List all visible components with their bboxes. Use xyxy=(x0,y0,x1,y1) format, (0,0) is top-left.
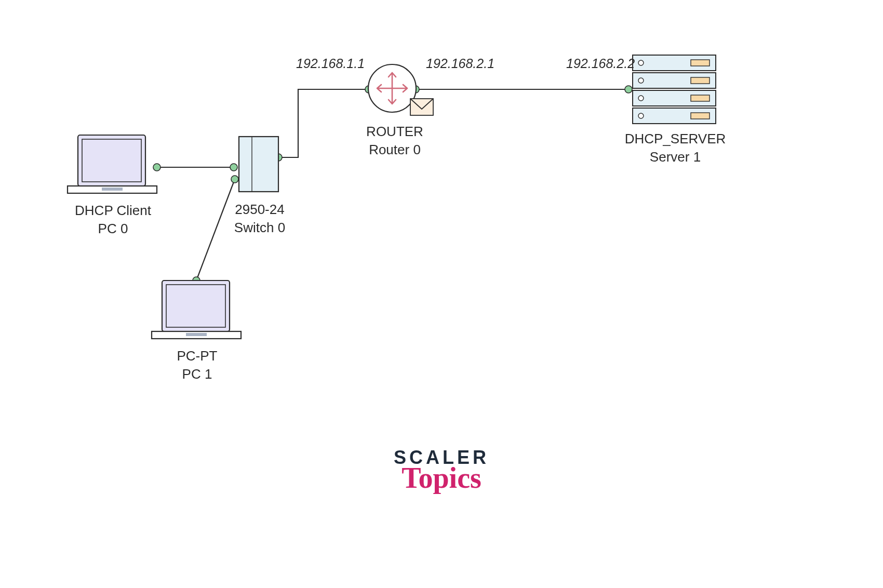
svg-rect-16 xyxy=(239,137,278,192)
svg-point-24 xyxy=(638,78,644,83)
server-icon xyxy=(633,55,716,124)
ip-server: 192.168.2.2 xyxy=(566,56,635,71)
router-label: ROUTER Router 0 xyxy=(348,123,442,159)
svg-rect-31 xyxy=(691,113,710,119)
switch-label: 2950-24 Switch 0 xyxy=(218,201,301,237)
pc0-label: DHCP Client PC 0 xyxy=(68,202,158,238)
svg-rect-25 xyxy=(691,77,710,84)
pc0-icon xyxy=(68,135,157,193)
server-title: DHCP_SERVER xyxy=(618,130,732,148)
server-label: DHCP_SERVER Server 1 xyxy=(618,130,732,166)
svg-rect-13 xyxy=(166,285,225,327)
brand-line2: Topics xyxy=(394,461,489,495)
switch-name: Switch 0 xyxy=(218,219,301,237)
envelope-icon xyxy=(410,99,433,115)
svg-point-21 xyxy=(638,60,644,65)
svg-point-1 xyxy=(230,164,237,171)
ip-router-right: 192.168.2.1 xyxy=(426,56,494,71)
pc1-title: PC-PT xyxy=(152,347,243,365)
svg-point-0 xyxy=(153,164,160,171)
svg-rect-9 xyxy=(82,139,141,182)
router-name: Router 0 xyxy=(348,141,442,159)
svg-point-7 xyxy=(625,86,632,93)
scaler-topics-logo: SCALER Topics xyxy=(394,447,489,495)
router-title: ROUTER xyxy=(348,123,442,141)
svg-rect-28 xyxy=(691,95,710,101)
svg-rect-22 xyxy=(691,60,710,66)
server-name: Server 1 xyxy=(618,148,732,166)
pc0-name: PC 0 xyxy=(68,220,158,238)
pc1-label: PC-PT PC 1 xyxy=(152,347,243,383)
ip-router-left: 192.168.1.1 xyxy=(296,56,365,71)
links-group xyxy=(157,89,628,280)
switch-icon xyxy=(239,137,278,192)
pc1-icon xyxy=(152,280,241,339)
port-dots xyxy=(153,86,632,284)
pc0-title: DHCP Client xyxy=(68,202,158,220)
network-diagram xyxy=(0,0,883,588)
pc1-name: PC 1 xyxy=(152,365,243,383)
svg-point-3 xyxy=(231,176,238,183)
switch-title: 2950-24 xyxy=(218,201,301,219)
svg-point-30 xyxy=(638,113,644,118)
svg-rect-11 xyxy=(102,188,123,191)
svg-rect-15 xyxy=(186,333,207,336)
router-icon xyxy=(368,64,416,112)
svg-point-27 xyxy=(638,96,644,101)
